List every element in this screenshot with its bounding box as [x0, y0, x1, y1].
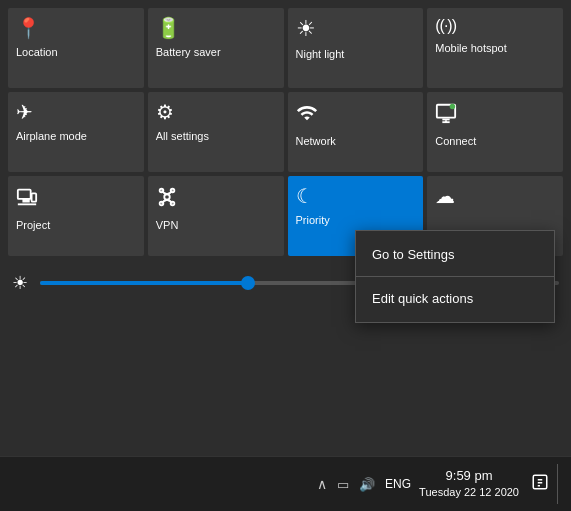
taskbar-system-icons: ∧ ▭ 🔊 ENG — [317, 476, 411, 492]
clock-time: 9:59 pm — [446, 467, 493, 485]
tile-priority-label: Priority — [296, 214, 330, 227]
brightness-icon: ☀ — [12, 272, 28, 294]
tile-location[interactable]: 📍 Location — [8, 8, 144, 88]
priority-icon: ☾ — [296, 186, 314, 206]
tile-connect-label: Connect — [435, 135, 476, 148]
brightness-fill — [40, 281, 248, 285]
action-center: 📍 Location 🔋 Battery saver ☀ Night light… — [0, 0, 571, 456]
mobile-hotspot-icon: ((·)) — [435, 18, 456, 34]
project-icon — [16, 186, 38, 211]
tile-project-label: Project — [16, 219, 50, 232]
svg-rect-6 — [23, 200, 28, 202]
show-desktop-button[interactable] — [557, 464, 563, 504]
tile-vpn-label: VPN — [156, 219, 179, 232]
svg-point-4 — [450, 104, 456, 110]
taskbar: ∧ ▭ 🔊 ENG 9:59 pm Tuesday 22 12 2020 — [0, 456, 571, 511]
focus-icon: ☁ — [435, 186, 455, 206]
night-light-icon: ☀ — [296, 18, 316, 40]
language-label[interactable]: ENG — [385, 477, 411, 491]
tile-network-label: Network — [296, 135, 336, 148]
svg-rect-1 — [443, 119, 450, 121]
tile-mobile-hotspot-label: Mobile hotspot — [435, 42, 507, 55]
go-to-settings-item[interactable]: Go to Settings — [356, 235, 554, 274]
connect-icon — [435, 102, 457, 127]
airplane-icon: ✈ — [16, 102, 33, 122]
tile-mobile-hotspot[interactable]: ((·)) Mobile hotspot — [427, 8, 563, 88]
tile-project[interactable]: Project — [8, 176, 144, 256]
edit-quick-actions-item[interactable]: Edit quick actions — [356, 279, 554, 318]
chevron-up-icon[interactable]: ∧ — [317, 476, 327, 492]
tile-all-settings-label: All settings — [156, 130, 209, 143]
tile-night-light[interactable]: ☀ Night light — [288, 8, 424, 88]
clock-date: Tuesday 22 12 2020 — [419, 485, 519, 500]
svg-rect-8 — [32, 193, 37, 201]
tile-night-light-label: Night light — [296, 48, 345, 61]
context-menu: Go to Settings Edit quick actions — [355, 230, 555, 323]
tile-connect[interactable]: Connect — [427, 92, 563, 172]
tile-vpn[interactable]: VPN — [148, 176, 284, 256]
battery-icon: ▭ — [337, 477, 349, 492]
vpn-icon — [156, 186, 178, 211]
tile-airplane-mode[interactable]: ✈ Airplane mode — [8, 92, 144, 172]
volume-icon[interactable]: 🔊 — [359, 477, 375, 492]
tile-battery-saver-label: Battery saver — [156, 46, 221, 59]
quick-actions-grid: 📍 Location 🔋 Battery saver ☀ Night light… — [8, 8, 563, 256]
context-menu-divider — [356, 276, 554, 277]
taskbar-clock[interactable]: 9:59 pm Tuesday 22 12 2020 — [419, 467, 519, 501]
action-center-button[interactable] — [531, 473, 549, 495]
location-icon: 📍 — [16, 18, 41, 38]
svg-point-9 — [164, 194, 170, 200]
network-icon — [296, 102, 318, 127]
tile-all-settings[interactable]: ⚙ All settings — [148, 92, 284, 172]
tile-airplane-label: Airplane mode — [16, 130, 87, 143]
brightness-thumb[interactable] — [241, 276, 255, 290]
settings-icon: ⚙ — [156, 102, 174, 122]
battery-saver-icon: 🔋 — [156, 18, 181, 38]
tile-network[interactable]: Network — [288, 92, 424, 172]
svg-rect-5 — [18, 190, 31, 199]
tile-location-label: Location — [16, 46, 58, 59]
tile-battery-saver[interactable]: 🔋 Battery saver — [148, 8, 284, 88]
